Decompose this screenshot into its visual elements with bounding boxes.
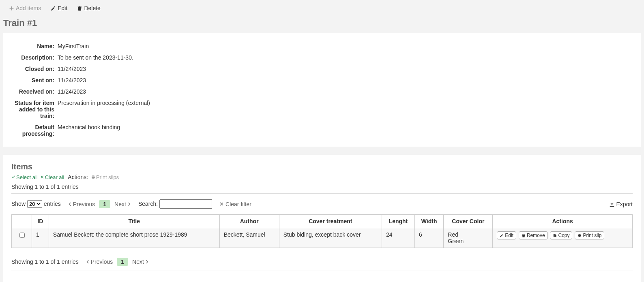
search-label: Search: <box>138 201 158 207</box>
row-edit-button[interactable]: Edit <box>497 231 516 239</box>
row-checkbox[interactable] <box>19 233 25 238</box>
download-icon <box>609 201 615 207</box>
cell-actions: Edit Remove Copy Print slip <box>493 228 633 248</box>
description-value: To be sent on the 2023-11-30. <box>56 52 152 63</box>
cell-cover-color: Red Green <box>444 228 493 248</box>
name-label: Name: <box>11 41 56 52</box>
items-table: ID Title Author Cover treatment Lenght W… <box>11 214 633 248</box>
table-row: 1 Samuel Beckett: the complete short pro… <box>12 228 633 248</box>
clear-all-link[interactable]: Clear all <box>40 174 64 180</box>
pencil-icon <box>500 233 504 237</box>
status-label: Status for item added to this train: <box>11 97 56 122</box>
cell-cover-treatment: Stub biding, except back cover <box>279 228 382 248</box>
row-print-slip-button[interactable]: Print slip <box>575 231 604 239</box>
chevron-left-icon <box>86 260 90 264</box>
trash-icon <box>522 233 526 237</box>
x-icon <box>40 175 44 179</box>
separator <box>11 193 633 194</box>
col-id[interactable]: ID <box>32 215 49 228</box>
col-title[interactable]: Title <box>49 215 219 228</box>
chevron-left-icon <box>68 202 72 206</box>
pager-top: Previous 1 Next <box>68 200 131 208</box>
clear-filter-label: Clear filter <box>225 201 251 207</box>
next-button-bottom[interactable]: Next <box>132 258 149 265</box>
page-title: Train #1 <box>3 18 644 28</box>
description-label: Description: <box>11 52 56 63</box>
pencil-icon <box>51 6 56 11</box>
sent-label: Sent on: <box>11 75 56 86</box>
delete-label: Delete <box>84 5 100 11</box>
items-title: Items <box>11 162 633 171</box>
received-label: Received on: <box>11 86 56 97</box>
previous-label: Previous <box>73 201 95 207</box>
default-proc-label: Default processing: <box>11 122 56 139</box>
col-cover-treatment[interactable]: Cover treatment <box>279 215 382 228</box>
cell-author: Beckett, Samuel <box>219 228 279 248</box>
entries-label: entries <box>44 201 61 207</box>
row-remove-button[interactable]: Remove <box>519 231 548 239</box>
clear-all-label: Clear all <box>45 174 64 180</box>
page-number[interactable]: 1 <box>99 200 110 208</box>
previous-label-bottom: Previous <box>91 258 113 265</box>
copy-icon <box>553 233 557 237</box>
next-label-bottom: Next <box>132 258 144 265</box>
actions-label: Actions: <box>68 174 88 180</box>
cell-length: 24 <box>382 228 414 248</box>
row-copy-button[interactable]: Copy <box>550 231 572 239</box>
x-icon <box>219 202 224 206</box>
footer-row: Showing 1 to 1 of 1 entries Previous 1 N… <box>11 255 633 268</box>
closed-label: Closed on: <box>11 63 56 75</box>
add-items-label: Add items <box>16 5 41 11</box>
default-proc-value: Mechanical book binding <box>56 122 152 139</box>
print-icon <box>577 233 582 237</box>
details-panel: Name: MyFirstTrain Description: To be se… <box>3 33 641 147</box>
page-size-control: Show 20 entries <box>11 200 61 208</box>
select-all-label: Select all <box>16 174 38 180</box>
cell-width: 6 <box>414 228 443 248</box>
next-button[interactable]: Next <box>114 201 131 207</box>
edit-button[interactable]: Edit <box>51 5 67 11</box>
status-value: Preservation in processing (external) <box>56 97 152 122</box>
print-slips-link[interactable]: Print slips <box>91 174 119 180</box>
pager-bottom: Previous 1 Next <box>86 258 149 266</box>
chevron-right-icon <box>127 202 131 206</box>
received-value: 11/24/2023 <box>56 86 152 97</box>
trash-icon <box>77 6 82 11</box>
controls-row: Show 20 entries Previous 1 Next Search: … <box>11 199 633 209</box>
delete-button[interactable]: Delete <box>77 5 100 11</box>
details-table: Name: MyFirstTrain Description: To be se… <box>11 41 152 139</box>
separator-bottom <box>11 271 633 271</box>
page-number-bottom[interactable]: 1 <box>117 258 128 266</box>
showing-bottom: Showing 1 to 1 of 1 entries <box>11 258 79 265</box>
clear-filter-button[interactable]: Clear filter <box>219 201 251 207</box>
show-label: Show <box>11 201 26 207</box>
col-length[interactable]: Lenght <box>382 215 414 228</box>
check-icon <box>11 175 15 179</box>
cell-id: 1 <box>32 228 49 248</box>
previous-button[interactable]: Previous <box>68 201 95 207</box>
export-button[interactable]: Export <box>609 201 633 207</box>
search-input[interactable] <box>159 199 212 209</box>
col-cover-color[interactable]: Cover Color <box>444 215 493 228</box>
col-actions: Actions <box>493 215 633 228</box>
next-label: Next <box>114 201 126 207</box>
cell-title: Samuel Beckett: the complete short prose… <box>49 228 219 248</box>
table-header-row: ID Title Author Cover treatment Lenght W… <box>12 215 633 228</box>
add-items-button: Add items <box>9 5 41 11</box>
col-width[interactable]: Width <box>414 215 443 228</box>
col-checkbox <box>12 215 32 228</box>
print-icon <box>91 175 95 179</box>
select-all-link[interactable]: Select all <box>11 174 38 180</box>
page-size-select[interactable]: 20 <box>27 200 42 208</box>
col-author[interactable]: Author <box>219 215 279 228</box>
edit-label: Edit <box>58 5 67 11</box>
search-box: Search: <box>138 199 212 209</box>
plus-icon <box>9 6 14 11</box>
closed-value: 11/24/2023 <box>56 63 152 75</box>
chevron-right-icon <box>145 260 149 264</box>
export-label: Export <box>616 201 633 207</box>
previous-button-bottom[interactable]: Previous <box>86 258 113 265</box>
name-value: MyFirstTrain <box>56 41 152 52</box>
showing-top: Showing 1 to 1 of 1 entries <box>11 184 633 190</box>
sent-value: 11/24/2023 <box>56 75 152 86</box>
